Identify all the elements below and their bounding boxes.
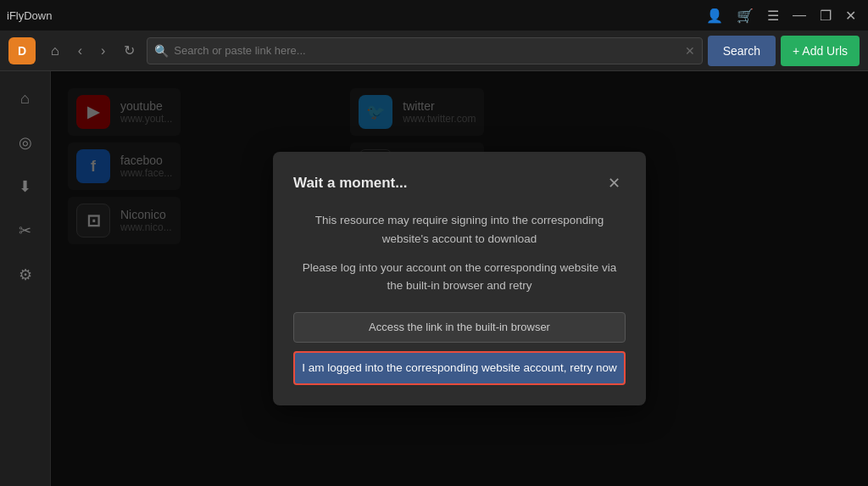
sidebar: ⌂ ◎ ⬇ ✂ ⚙ [0,71,51,486]
modal-overlay: Wait a moment... ✕ This resource may req… [51,71,868,486]
add-urls-button[interactable]: + Add Urls [781,36,860,66]
dialog: Wait a moment... ✕ This resource may req… [273,152,646,405]
user-icon[interactable]: 👤 [701,4,728,27]
maximize-button[interactable]: ❐ [815,4,837,27]
search-bar: 🔍 ✕ [147,37,702,64]
sidebar-item-scissors[interactable]: ✂ [7,212,44,249]
title-bar-controls: 👤 🛒 ☰ — ❐ ✕ [701,4,861,27]
search-icon: 🔍 [154,44,169,58]
back-button[interactable]: ‹ [71,38,89,64]
title-bar: iFlyDown 👤 🛒 ☰ — ❐ ✕ [0,0,868,31]
dialog-title: Wait a moment... [293,175,407,192]
reload-button[interactable]: ↻ [117,37,142,64]
dialog-header: Wait a moment... ✕ [293,172,626,194]
title-bar-left: iFlyDown [7,9,52,22]
sidebar-item-home[interactable]: ⌂ [7,80,44,117]
home-button[interactable]: ⌂ [44,38,66,64]
access-browser-button[interactable]: Access the link in the built-in browser [293,312,626,343]
search-button[interactable]: Search [708,36,776,66]
dialog-message-2: Please log into your account on the corr… [293,259,626,295]
forward-button[interactable]: › [94,38,112,64]
dialog-close-button[interactable]: ✕ [603,172,626,194]
content-area: ▶ youtube www.yout... f faceboo www.face… [51,71,868,486]
app-title: iFlyDown [7,9,52,22]
clear-search-button[interactable]: ✕ [685,44,695,58]
retry-button[interactable]: I am logged into the corresponding websi… [293,351,626,385]
cart-icon[interactable]: 🛒 [732,4,759,27]
sidebar-item-globe[interactable]: ◎ [7,124,44,161]
app-logo: D [8,37,36,64]
toolbar: D ⌂ ‹ › ↻ 🔍 ✕ Search + Add Urls [0,31,868,71]
menu-icon[interactable]: ☰ [762,4,784,27]
minimize-button[interactable]: — [787,4,811,26]
dialog-message-1: This resource may require signing into t… [293,211,626,248]
sidebar-item-settings[interactable]: ⚙ [7,256,44,293]
main-layout: ⌂ ◎ ⬇ ✂ ⚙ ▶ youtube www.yout... f facebo… [0,71,868,486]
dialog-buttons: Access the link in the built-in browser … [293,312,626,385]
search-input[interactable] [174,44,679,57]
sidebar-item-download[interactable]: ⬇ [7,168,44,205]
dialog-body: This resource may require signing into t… [293,211,626,294]
close-button[interactable]: ✕ [840,4,861,27]
